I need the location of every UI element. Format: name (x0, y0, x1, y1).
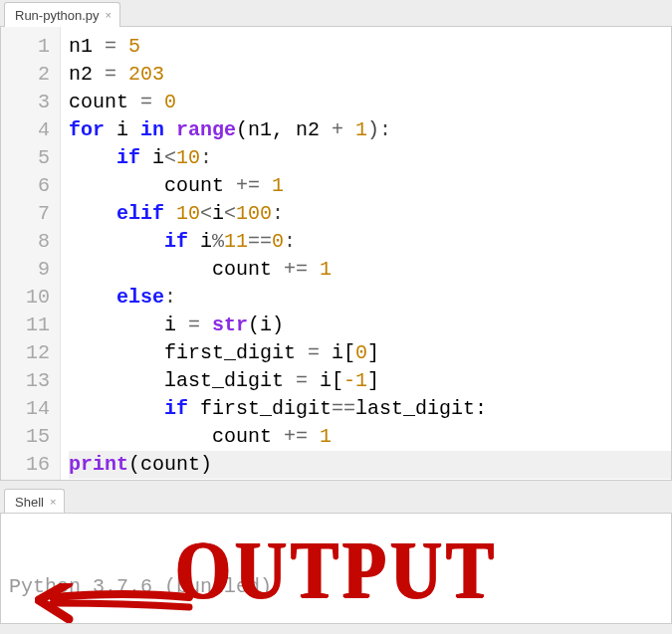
editor-tab-bar: Run-python.py × (0, 0, 672, 26)
code-line[interactable]: if i<10: (69, 144, 671, 172)
line-number: 14 (1, 395, 50, 423)
code-area[interactable]: n1 = 5n2 = 203count = 0for i in range(n1… (61, 27, 671, 480)
code-line[interactable]: if first_digit==last_digit: (69, 395, 671, 423)
close-icon[interactable]: × (50, 497, 56, 508)
line-number: 2 (1, 61, 50, 89)
code-line[interactable]: n1 = 5 (69, 33, 671, 61)
line-number: 16 (1, 451, 50, 479)
line-number: 4 (1, 116, 50, 144)
code-line[interactable]: count += 1 (69, 256, 671, 284)
code-line[interactable]: n2 = 203 (69, 61, 671, 89)
line-number: 7 (1, 200, 50, 228)
close-icon[interactable]: × (106, 10, 112, 21)
shell-output[interactable]: Python 3.7.6 (bundled) >>> %Run Run-pyth… (0, 513, 672, 624)
code-editor[interactable]: 12345678910111213141516 n1 = 5n2 = 203co… (0, 26, 672, 481)
code-line[interactable]: for i in range(n1, n2 + 1): (69, 116, 671, 144)
line-number: 8 (1, 228, 50, 256)
shell-banner: Python 3.7.6 (bundled) (9, 573, 671, 601)
code-line[interactable]: last_digit = i[-1] (69, 367, 671, 395)
line-number: 6 (1, 172, 50, 200)
line-number: 12 (1, 339, 50, 367)
shell-tab-label: Shell (15, 495, 44, 510)
code-line[interactable]: count += 1 (69, 423, 671, 451)
code-line[interactable]: count += 1 (69, 172, 671, 200)
shell-tab[interactable]: Shell × (4, 489, 65, 514)
code-line[interactable]: else: (69, 284, 671, 312)
editor-tab[interactable]: Run-python.py × (4, 2, 120, 27)
line-number: 5 (1, 144, 50, 172)
line-number: 9 (1, 256, 50, 284)
code-line[interactable]: first_digit = i[0] (69, 339, 671, 367)
code-line[interactable]: print(count) (69, 451, 671, 479)
code-line[interactable]: count = 0 (69, 89, 671, 116)
line-number: 3 (1, 89, 50, 116)
line-number: 13 (1, 367, 50, 395)
line-number: 1 (1, 33, 50, 61)
line-number: 10 (1, 284, 50, 312)
code-line[interactable]: if i%11==0: (69, 228, 671, 256)
code-line[interactable]: i = str(i) (69, 312, 671, 339)
line-number-gutter: 12345678910111213141516 (1, 27, 61, 480)
editor-tab-label: Run-python.py (15, 8, 100, 23)
line-number: 11 (1, 312, 50, 339)
code-line[interactable]: elif 10<i<100: (69, 200, 671, 228)
shell-tab-bar: Shell × (0, 487, 672, 513)
line-number: 15 (1, 423, 50, 451)
